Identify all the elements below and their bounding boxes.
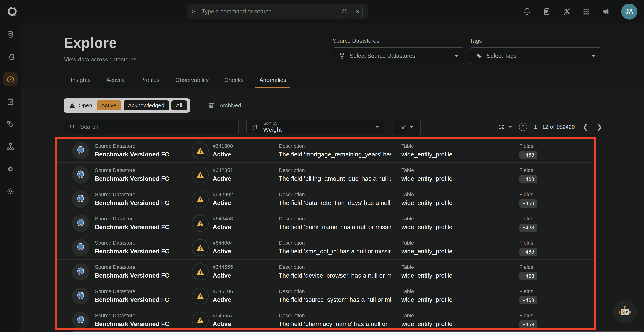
status-cell: #642351 Active [213,167,233,182]
command-input[interactable] [201,8,336,15]
avatar[interactable]: JA [621,3,637,19]
fields-column-label: Fields [520,240,537,246]
bot-icon [6,165,14,173]
fields-count-badge[interactable]: +468 [520,199,537,207]
horizontal-scrollbar[interactable] [73,331,642,332]
pagination: 12 ? 1 - 12 of 152420 ❮ ❯ [498,120,603,134]
tab-anomalies[interactable]: Anomalies [259,77,286,88]
status-badge: Active [213,199,233,206]
fields-cell: Fields +468 [520,240,537,256]
datastore-name: Benchmark Versioned FC [95,199,170,206]
apps-grid-icon[interactable] [582,7,591,16]
megaphone-icon[interactable] [602,7,611,16]
tags-select[interactable]: Select Tags [470,47,601,64]
datastores-icon [6,30,14,39]
sidebar-item-datastores[interactable] [3,27,18,42]
status-badge: Active [213,151,233,158]
anomaly-row[interactable]: Source Datastore Benchmark Versioned FC … [58,187,594,211]
anomaly-warning-icon [192,191,208,207]
chevron-down-icon [375,125,379,128]
segment-acknowledged[interactable]: Acknowledged [124,100,169,111]
fields-count-badge[interactable]: +468 [520,321,537,328]
source-datastores-select[interactable]: Select Source Datastores [333,47,464,64]
status-badge: Active [213,175,233,182]
table-name: wide_entity_profile [402,151,452,158]
anomaly-search[interactable] [64,120,238,134]
anomaly-row[interactable]: Source Datastore Benchmark Versioned FC … [58,284,594,308]
postgres-datastore-icon [72,263,89,280]
help-icon[interactable]: ? [519,123,527,131]
chatbot-button[interactable] [613,300,636,324]
anomaly-row[interactable]: Source Datastore Benchmark Versioned FC … [58,211,594,235]
description-cell: Description The field 'billing_amount_du… [279,167,391,182]
anomaly-row[interactable]: Source Datastore Benchmark Versioned FC … [58,139,594,163]
datastore-column-label: Source Datastore [95,240,170,246]
explore-tabs: Insights Activity Profiles Observability… [71,77,286,88]
sidebar-item-bot[interactable] [3,162,18,176]
anomaly-row[interactable]: Source Datastore Benchmark Versioned FC … [58,235,594,260]
tab-profiles[interactable]: Profiles [140,77,160,88]
fields-count-badge[interactable]: +468 [520,272,537,280]
tab-activity[interactable]: Activity [106,77,124,88]
sidebar-item-settings[interactable] [3,184,18,198]
description-column-label: Description [279,167,391,173]
source-datastores-placeholder: Select Source Datastores [350,52,450,59]
tab-observability[interactable]: Observability [175,77,208,88]
chevron-right-icon[interactable]: ❯ [596,123,604,131]
table-cell: Table wide_entity_profile [402,264,452,279]
fields-count-badge[interactable]: +468 [520,151,537,159]
chevron-left-icon[interactable]: ❮ [582,123,589,131]
svg-text:9: 9 [252,127,254,130]
notes-icon[interactable] [542,7,552,16]
description-text: The field 'mortgage_remaining_years' has… [279,151,391,158]
fields-count-badge[interactable]: +468 [520,248,537,256]
fields-count-badge[interactable]: +468 [520,224,537,232]
top-bar: >_ ⌘ K JA [0,0,644,23]
fields-column-label: Fields [520,143,537,149]
theme-toggle-icon[interactable] [562,7,571,16]
status-badge: Active [213,224,233,231]
source-ingest-icon [6,53,14,61]
sidebar-item-lineage[interactable] [3,139,18,154]
description-text: The field 'data_retention_days' has a nu… [279,199,391,206]
tab-checks[interactable]: Checks [224,77,244,88]
datastore-cell: Source Datastore Benchmark Versioned FC [95,167,170,182]
sort-numeric-icon: 09 [252,123,259,131]
page-size-select[interactable]: 12 [498,124,512,130]
sidebar-item-tags[interactable] [3,117,18,131]
sort-select[interactable]: 09 Sort by Weight [246,120,384,134]
fields-count-badge[interactable]: +468 [520,175,537,183]
command-key-badge: ⌘ [340,6,349,17]
anomaly-row[interactable]: Source Datastore Benchmark Versioned FC … [58,163,594,187]
page-title: Explore [64,35,117,51]
divider [199,99,200,112]
table-cell: Table wide_entity_profile [402,143,452,158]
description-column-label: Description [279,288,391,294]
anomaly-row[interactable]: Source Datastore Benchmark Versioned FC … [58,260,594,284]
segment-open[interactable]: Open [67,102,94,109]
q-logo-icon[interactable] [7,6,18,17]
filter-button[interactable] [393,120,421,135]
bell-icon[interactable] [522,7,532,16]
table-column-label: Table [402,264,452,270]
sidebar-item-explore[interactable] [3,72,18,86]
command-palette[interactable]: >_ ⌘ K [187,4,368,19]
search-input[interactable] [80,123,234,130]
anomaly-row[interactable]: Source Datastore Benchmark Versioned FC … [58,308,594,328]
tag-icon [476,52,483,59]
status-cell: #641800 Active [213,143,233,158]
datastore-cell: Source Datastore Benchmark Versioned FC [95,143,170,158]
tab-insights[interactable]: Insights [71,77,91,88]
sidebar-item-source-datastores[interactable] [3,50,18,64]
fields-count-badge[interactable]: +468 [520,296,537,305]
table-cell: Table wide_entity_profile [402,240,452,255]
status-badge: Active [213,321,233,328]
datastore-name: Benchmark Versioned FC [95,296,170,303]
segment-active[interactable]: Active [97,100,121,111]
sidebar-item-checks[interactable] [3,95,18,109]
segment-all[interactable]: All [172,100,186,111]
archived-button[interactable]: Archived [208,102,242,109]
status-badge: Active [213,272,233,279]
datastore-cell: Source Datastore Benchmark Versioned FC [95,216,170,231]
table-cell: Table wide_entity_profile [402,191,452,206]
